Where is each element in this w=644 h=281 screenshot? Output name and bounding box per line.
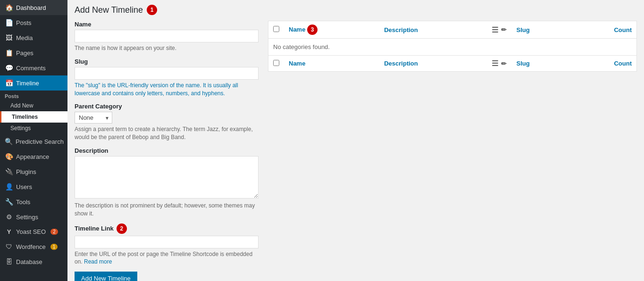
users-icon: 👤 bbox=[5, 183, 13, 190]
th-slug: Slug bbox=[511, 21, 568, 39]
dashboard-icon: 🏠 bbox=[5, 4, 13, 11]
sidebar-item-pages[interactable]: 📋 Pages bbox=[0, 45, 67, 60]
sidebar-item-yoast[interactable]: Y Yoast SEO 2 bbox=[0, 224, 67, 239]
timeline-link-hint: Enter the URL of the post or page the Ti… bbox=[75, 250, 259, 266]
page-title: Add New Timeline bbox=[75, 5, 143, 15]
slug-group: Slug The "slug" is the URL-friendly vers… bbox=[75, 58, 259, 98]
tfoot-count: Count bbox=[569, 56, 637, 72]
tfoot-slug: Slug bbox=[511, 56, 568, 72]
tfoot-edit-icon: ✏ bbox=[501, 60, 507, 67]
sidebar-item-posts[interactable]: 📄 Posts bbox=[0, 15, 67, 30]
name-hint: The name is how it appears on your site. bbox=[75, 44, 259, 52]
table-circle-badge: 3 bbox=[307, 25, 318, 35]
th-count: Count bbox=[569, 21, 637, 39]
th-icons: ☰ ✏ bbox=[487, 21, 511, 39]
tfoot-checkbox bbox=[268, 56, 284, 72]
th-edit-icon: ✏ bbox=[501, 26, 507, 33]
timeline-link-label-row: Timeline Link 2 bbox=[75, 223, 259, 234]
main-content: Add New Timeline 1 Name The name is how … bbox=[67, 0, 644, 281]
slug-hint: The "slug" is the URL-friendly version o… bbox=[75, 82, 259, 98]
plugins-icon: 🔌 bbox=[5, 168, 13, 175]
database-icon: 🗄 bbox=[5, 258, 13, 265]
parent-category-group: Parent Category None ▼ Assign a parent t… bbox=[75, 103, 259, 141]
page-title-row: Add New Timeline 1 bbox=[75, 5, 637, 15]
form-panel: Name The name is how it appears on your … bbox=[75, 21, 259, 281]
sidebar-item-wordfence[interactable]: 🛡 Wordfence 1 bbox=[0, 239, 67, 254]
tfoot-menu-icon: ☰ bbox=[492, 59, 498, 68]
sidebar-item-users[interactable]: 👤 Users bbox=[0, 179, 67, 194]
table-row-no-results: No categories found. bbox=[268, 39, 637, 56]
table-header-row: Name 3 Description ☰ ✏ Slug Count bbox=[268, 21, 637, 39]
select-all-footer-checkbox[interactable] bbox=[273, 60, 279, 66]
tfoot-name: Name bbox=[284, 56, 379, 72]
sidebar-section-posts: Posts bbox=[0, 91, 67, 100]
th-menu-icon: ☰ bbox=[492, 25, 498, 34]
description-group: Description The description is not promi… bbox=[75, 147, 259, 218]
wordfence-badge: 1 bbox=[50, 244, 58, 250]
sidebar-sub-settings[interactable]: Settings bbox=[0, 123, 67, 134]
sidebar-item-predictive-search[interactable]: 🔍 Predictive Search bbox=[0, 134, 67, 149]
media-icon: 🖼 bbox=[5, 34, 13, 41]
predictive-search-icon: 🔍 bbox=[5, 138, 13, 145]
settings-icon: ⚙ bbox=[5, 213, 13, 221]
th-name[interactable]: Name 3 bbox=[284, 21, 379, 39]
timeline-icon: 📅 bbox=[5, 79, 13, 87]
posts-icon: 📄 bbox=[5, 19, 13, 26]
tfoot-icons: ☰ ✏ bbox=[487, 56, 511, 72]
no-results-cell: No categories found. bbox=[268, 39, 637, 56]
timeline-link-circle-badge: 2 bbox=[117, 223, 127, 234]
tfoot-description: Description bbox=[379, 56, 487, 72]
sidebar: 🏠 Dashboard 📄 Posts 🖼 Media 📋 Pages 💬 Co… bbox=[0, 0, 67, 281]
th-icon-cell: ☰ ✏ bbox=[492, 25, 507, 34]
th-description: Description bbox=[379, 21, 487, 39]
name-input[interactable] bbox=[75, 30, 259, 42]
sidebar-sub-add-new[interactable]: Add New bbox=[0, 100, 67, 111]
sidebar-item-appearance[interactable]: 🎨 Appearance bbox=[0, 149, 67, 164]
sidebar-item-settings[interactable]: ⚙ Settings bbox=[0, 209, 67, 224]
tfoot-icon-cell: ☰ ✏ bbox=[492, 59, 507, 68]
sidebar-item-media[interactable]: 🖼 Media bbox=[0, 30, 67, 45]
name-label: Name bbox=[75, 21, 259, 28]
select-all-checkbox[interactable] bbox=[273, 26, 279, 32]
submit-button[interactable]: Add New Timeline bbox=[75, 272, 137, 281]
desc-textarea[interactable] bbox=[75, 156, 259, 198]
wordfence-icon: 🛡 bbox=[5, 243, 13, 250]
yoast-badge: 2 bbox=[50, 229, 58, 235]
sidebar-item-plugins[interactable]: 🔌 Plugins bbox=[0, 164, 67, 179]
sidebar-sub-timelines[interactable]: Timelines bbox=[0, 111, 67, 123]
comments-icon: 💬 bbox=[5, 64, 13, 72]
th-checkbox bbox=[268, 21, 284, 39]
parent-select[interactable]: None bbox=[75, 112, 112, 124]
sidebar-item-tools[interactable]: 🔧 Tools bbox=[0, 194, 67, 209]
title-circle-badge: 1 bbox=[147, 5, 157, 15]
timeline-link-label: Timeline Link bbox=[75, 225, 114, 232]
name-group: Name The name is how it appears on your … bbox=[75, 21, 259, 52]
sidebar-item-comments[interactable]: 💬 Comments bbox=[0, 60, 67, 75]
tools-icon: 🔧 bbox=[5, 198, 13, 206]
pages-icon: 📋 bbox=[5, 49, 13, 57]
timeline-link-group: Timeline Link 2 Enter the URL of the pos… bbox=[75, 223, 259, 266]
timelines-table: Name 3 Description ☰ ✏ Slug Count bbox=[268, 21, 637, 72]
parent-select-wrap: None ▼ bbox=[75, 112, 112, 124]
read-more-link[interactable]: Read more bbox=[84, 258, 112, 265]
sidebar-item-timeline[interactable]: 📅 Timeline bbox=[0, 75, 67, 91]
appearance-icon: 🎨 bbox=[5, 153, 13, 160]
table-panel: Name 3 Description ☰ ✏ Slug Count bbox=[268, 21, 637, 281]
parent-label: Parent Category bbox=[75, 103, 259, 110]
desc-label: Description bbox=[75, 147, 259, 154]
sidebar-item-dashboard[interactable]: 🏠 Dashboard bbox=[0, 0, 67, 15]
content-layout: Name The name is how it appears on your … bbox=[75, 21, 637, 281]
sidebar-item-database[interactable]: 🗄 Database bbox=[0, 254, 67, 269]
yoast-icon: Y bbox=[5, 228, 13, 235]
desc-hint: The description is not prominent by defa… bbox=[75, 202, 259, 218]
parent-hint: Assign a parent term to create a hierarc… bbox=[75, 125, 259, 141]
slug-label: Slug bbox=[75, 58, 259, 65]
table-footer-row: Name Description ☰ ✏ Slug Count bbox=[268, 56, 637, 72]
timeline-link-input[interactable] bbox=[75, 236, 259, 248]
slug-input[interactable] bbox=[75, 67, 259, 80]
